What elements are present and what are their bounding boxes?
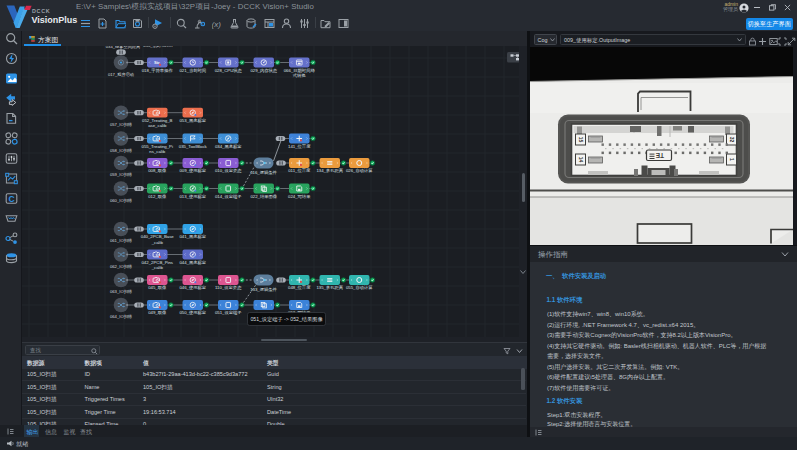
svg-text:134_多孔距离: 134_多孔距离 (316, 168, 343, 173)
svg-text:TE: TE (655, 152, 664, 159)
svg-text:008_取像: 008_取像 (148, 168, 167, 173)
svg-text:DCCK: DCCK (32, 8, 50, 14)
svg-text:022_结果图像: 022_结果图像 (250, 194, 277, 199)
svg-text:045_取像: 045_取像 (148, 285, 167, 290)
svg-text:14: 14 (578, 157, 584, 163)
svg-text:110_设定姿态: 110_设定姿态 (215, 285, 242, 290)
svg-text:057_IO扫描: 057_IO扫描 (110, 122, 132, 127)
svg-text:048_位置度: 048_位置度 (288, 285, 311, 290)
svg-text:033_初始化ROI: 033_初始化ROI (143, 46, 172, 48)
svg-text:010_设定姿态: 010_设定姿态 (215, 168, 242, 173)
svg-text:026_自动计算: 026_自动计算 (346, 168, 373, 173)
svg-text:32: 32 (729, 137, 735, 143)
svg-text:VisionPlus: VisionPlus (32, 15, 78, 25)
svg-text:_calib: _calib (151, 240, 164, 245)
svg-text:012_取像: 012_取像 (148, 194, 167, 199)
svg-text:060_IO扫描: 060_IO扫描 (110, 198, 132, 203)
svg-text:029_内存状态: 029_内存状态 (250, 68, 277, 73)
svg-text:063_IO扫描: 063_IO扫描 (110, 289, 132, 294)
svg-text:035_ToolBlock: 035_ToolBlock (179, 144, 208, 149)
svg-text:133_逻辑条件: 133_逻辑条件 (250, 287, 277, 292)
svg-text:049_取像: 049_取像 (148, 310, 167, 315)
svg-text:064_IO扫描: 064_IO扫描 (110, 314, 132, 319)
svg-text:051_设定端子 -> 052_结果图像: 051_设定端子 -> 052_结果图像 (250, 316, 323, 323)
svg-text:141_位置度: 141_位置度 (288, 144, 311, 149)
svg-text:017_程序启动: 017_程序启动 (108, 72, 134, 77)
svg-text:1: 1 (729, 158, 735, 161)
svg-text:055_自动计算: 055_自动计算 (346, 285, 373, 290)
svg-text:15: 15 (578, 137, 584, 143)
svg-text:062_IO扫描: 062_IO扫描 (110, 264, 132, 269)
svg-text:051_设定端子: 051_设定端子 (215, 310, 242, 315)
svg-text:(x): (x) (212, 19, 221, 28)
svg-text:061_IO扫描: 061_IO扫描 (110, 238, 132, 243)
svg-text:014_设定端子: 014_设定端子 (215, 194, 242, 199)
svg-text:_calib: _calib (151, 265, 164, 270)
svg-text:028_CPU状态: 028_CPU状态 (215, 68, 243, 73)
svg-text:ns_calib: ns_calib (149, 149, 165, 154)
svg-text:135_多孔距离: 135_多孔距离 (316, 285, 343, 290)
svg-text:C: C (8, 194, 14, 204)
svg-text:024_写结果: 024_写结果 (288, 194, 311, 199)
svg-text:016_逻辑条件: 016_逻辑条件 (250, 170, 277, 175)
svg-text:011_位置度: 011_位置度 (288, 168, 311, 173)
svg-text:059_IO扫描: 059_IO扫描 (110, 172, 132, 177)
svg-text:式转换: 式转换 (293, 73, 307, 78)
svg-text:ase_calib: ase_calib (148, 123, 167, 128)
svg-text:018_字符串操作: 018_字符串操作 (142, 68, 174, 73)
svg-text:058_IO扫描: 058_IO扫描 (110, 148, 132, 153)
